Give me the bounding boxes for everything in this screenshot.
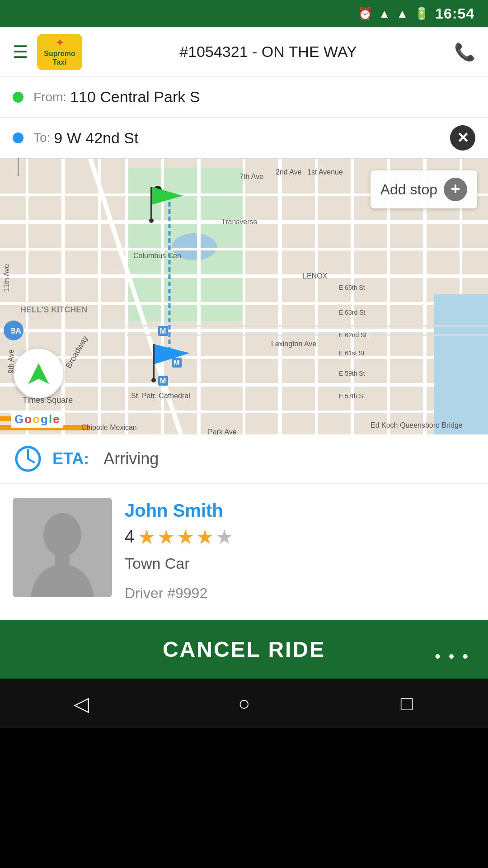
blue-flag-icon xyxy=(149,342,199,382)
svg-text:Chipotle Mexican: Chipotle Mexican xyxy=(81,424,137,431)
logo-star-icon: ✦ xyxy=(44,37,75,49)
svg-text:HELL'S KITCHEN: HELL'S KITCHEN xyxy=(20,305,87,314)
cancel-ride-button[interactable]: CANCEL RIDE • • • xyxy=(0,620,488,679)
green-flag-icon xyxy=(147,187,192,223)
my-location-button[interactable] xyxy=(14,349,63,398)
from-dot-icon xyxy=(13,92,23,103)
svg-text:Columbus Cen: Columbus Cen xyxy=(133,252,181,259)
driver-info: John Smith 4 ★ ★ ★ ★ ★ Town Car Driver #… xyxy=(125,498,475,602)
status-icons: ⏰ ▲ ▲ 🔋 16:54 xyxy=(358,5,474,22)
svg-point-72 xyxy=(43,513,81,557)
driver-panel: John Smith 4 ★ ★ ★ ★ ★ Town Car Driver #… xyxy=(0,484,488,620)
svg-text:St. Patr. Cathedral: St. Patr. Cathedral xyxy=(131,392,190,400)
more-options-button[interactable]: • • • xyxy=(435,647,470,666)
driver-rating-row: 4 ★ ★ ★ ★ ★ xyxy=(125,525,475,548)
home-button[interactable]: ○ xyxy=(221,690,267,717)
driver-name-row: John Smith xyxy=(125,500,475,521)
to-label: To: xyxy=(33,131,50,145)
svg-rect-73 xyxy=(55,553,70,566)
svg-text:M: M xyxy=(160,327,166,335)
battery-icon: 🔋 xyxy=(414,7,429,21)
avatar-silhouette-icon xyxy=(26,511,99,597)
back-button[interactable]: ◁ xyxy=(59,690,104,717)
svg-text:LENOX: LENOX xyxy=(303,272,328,280)
eta-value: Arriving xyxy=(103,449,159,468)
close-icon: ✕ xyxy=(457,131,469,145)
add-stop-button[interactable]: Add stop + xyxy=(371,170,477,208)
svg-text:E 59th St: E 59th St xyxy=(339,370,365,377)
driver-avatar xyxy=(13,498,112,597)
driver-rating-number: 4 xyxy=(125,527,134,547)
svg-text:E 63rd St: E 63rd St xyxy=(339,309,365,316)
eta-panel: ETA: Arriving xyxy=(0,434,488,484)
phone-button[interactable]: 📞 xyxy=(454,42,475,62)
app-logo: ✦ Supremo Taxi xyxy=(37,34,82,70)
svg-text:E 62nd St: E 62nd St xyxy=(339,331,367,339)
wifi-icon: ▲ xyxy=(379,7,390,21)
svg-text:E 61st St: E 61st St xyxy=(339,349,365,357)
status-time: 16:54 xyxy=(435,5,474,22)
clear-destination-button[interactable]: ✕ xyxy=(450,125,475,151)
svg-marker-62 xyxy=(151,187,183,205)
logo-text: ✦ Supremo Taxi xyxy=(44,37,75,66)
from-address: 110 Central Park S xyxy=(70,88,200,106)
google-logo: G o o g l e xyxy=(11,410,63,428)
recent-apps-button[interactable]: □ xyxy=(384,690,429,717)
route-to-row: To: 9 W 42nd St ✕ xyxy=(0,118,488,158)
app-bar: ☰ ✦ Supremo Taxi #1054321 - ON THE WAY 📞 xyxy=(0,27,488,77)
to-dot-icon xyxy=(13,132,23,143)
driver-vehicle: Town Car xyxy=(125,555,475,572)
svg-text:2nd Ave: 2nd Ave xyxy=(276,168,302,176)
svg-point-67 xyxy=(151,378,156,382)
signal-icon: ▲ xyxy=(396,7,408,21)
svg-text:1st Avenue: 1st Avenue xyxy=(307,168,343,176)
svg-text:E 65th St: E 65th St xyxy=(339,284,365,291)
svg-rect-28 xyxy=(434,294,488,434)
ride-status-title: #1054321 - ON THE WAY xyxy=(91,43,445,61)
add-stop-plus-icon: + xyxy=(444,178,467,201)
svg-text:7th Ave: 7th Ave xyxy=(239,173,263,180)
eta-label: ETA: xyxy=(52,449,89,468)
star-4-icon: ★ xyxy=(196,525,214,548)
driver-number: Driver #9992 xyxy=(125,585,475,602)
route-connector-line xyxy=(18,158,19,176)
star-1-icon: ★ xyxy=(138,525,155,548)
eta-clock-icon xyxy=(14,445,42,472)
cancel-ride-label: CANCEL RIDE xyxy=(163,637,325,662)
svg-text:Transverse: Transverse xyxy=(221,218,258,226)
driver-name: John Smith xyxy=(125,500,223,521)
svg-line-71 xyxy=(28,459,34,462)
svg-marker-68 xyxy=(28,363,49,384)
svg-point-64 xyxy=(149,218,154,223)
status-bar: ⏰ ▲ ▲ 🔋 16:54 xyxy=(0,0,488,27)
to-address: 9 W 42nd St xyxy=(54,129,138,147)
star-2-icon: ★ xyxy=(157,525,175,548)
route-panel: From: 110 Central Park S To: 9 W 42nd St… xyxy=(0,77,488,159)
svg-text:Lexington Ave: Lexington Ave xyxy=(271,340,316,348)
alarm-icon: ⏰ xyxy=(358,7,372,21)
driver-stars: ★ ★ ★ ★ ★ xyxy=(138,525,233,548)
from-label: From: xyxy=(33,90,66,104)
svg-text:Ed Koch Queensboro Bridge: Ed Koch Queensboro Bridge xyxy=(371,421,463,429)
svg-marker-65 xyxy=(154,344,190,364)
svg-text:Park Ave: Park Ave xyxy=(208,428,237,434)
route-from-row: From: 110 Central Park S xyxy=(0,77,488,118)
svg-text:E 57th St: E 57th St xyxy=(339,392,365,400)
svg-text:11th Ave: 11th Ave xyxy=(3,264,10,292)
navigation-icon xyxy=(26,361,51,386)
map-area[interactable]: Broadway Transverse 9th Ave LENOX 11th A… xyxy=(0,159,488,434)
star-3-icon: ★ xyxy=(177,525,194,548)
star-5-icon: ★ xyxy=(216,525,233,548)
add-stop-label: Add stop xyxy=(380,181,437,198)
menu-button[interactable]: ☰ xyxy=(13,43,28,61)
svg-text:9A: 9A xyxy=(11,326,21,335)
navigation-bar: ◁ ○ □ xyxy=(0,679,488,728)
